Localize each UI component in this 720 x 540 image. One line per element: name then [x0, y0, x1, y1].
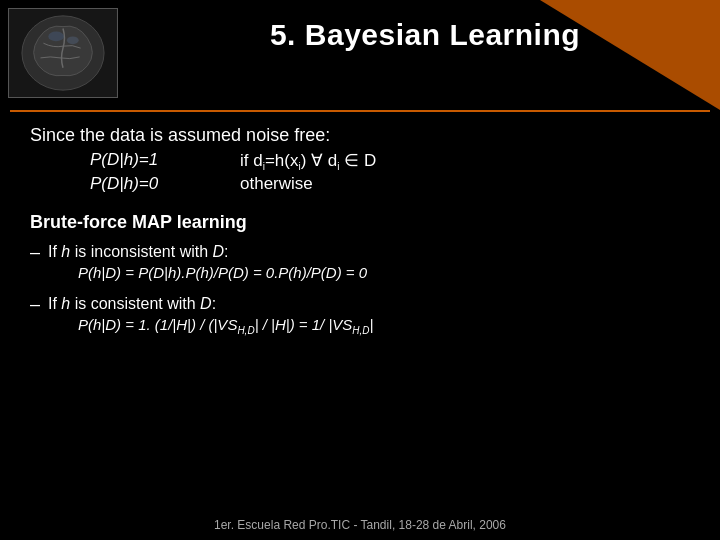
- title-area: 5. Bayesian Learning: [140, 18, 710, 52]
- footer: 1er. Escuela Red Pro.TIC - Tandil, 18-28…: [0, 518, 720, 532]
- divider: [10, 110, 710, 112]
- svg-point-2: [48, 31, 64, 41]
- decorative-corner: [540, 0, 720, 110]
- pdh-2-left: P(D|h)=0: [90, 174, 200, 194]
- since-line: Since the data is assumed noise free:: [30, 125, 690, 146]
- pdh-1-right: if di=h(xi) ∀ di ∈ D: [240, 150, 376, 172]
- pdh-block: P(D|h)=1 if di=h(xi) ∀ di ∈ D P(D|h)=0 o…: [90, 150, 690, 194]
- bullet-2-math: P(h|D) = 1. (1/|H|) / (|VSH,D| / |H|) = …: [78, 316, 690, 336]
- bullet-1-math: P(h|D) = P(D|h).P(h)/P(D) = 0.P(h)/P(D) …: [78, 264, 690, 281]
- brain-image: [8, 8, 118, 98]
- bullet-item-1: – If h is inconsistent with D: P(h|D) = …: [30, 243, 690, 281]
- pdh-line-2: P(D|h)=0 otherwise: [90, 174, 690, 194]
- bullet-dash-1: –: [30, 242, 40, 263]
- main-content: Since the data is assumed noise free: P(…: [30, 125, 690, 500]
- bullet-1-text: If h is inconsistent with D:: [48, 243, 690, 261]
- slide-title: 5. Bayesian Learning: [270, 18, 580, 51]
- bullet-2-text: If h is consistent with D:: [48, 295, 690, 313]
- pdh-1-left: P(D|h)=1: [90, 150, 200, 172]
- pdh-2-right: otherwise: [240, 174, 313, 194]
- svg-point-3: [67, 36, 79, 44]
- bullet-item-2: – If h is consistent with D: P(h|D) = 1.…: [30, 295, 690, 336]
- brute-force-heading: Brute-force MAP learning: [30, 212, 690, 233]
- bullet-content-1: If h is inconsistent with D: P(h|D) = P(…: [48, 243, 690, 281]
- bullet-dash-2: –: [30, 294, 40, 315]
- bullet-content-2: If h is consistent with D: P(h|D) = 1. (…: [48, 295, 690, 336]
- pdh-line-1: P(D|h)=1 if di=h(xi) ∀ di ∈ D: [90, 150, 690, 172]
